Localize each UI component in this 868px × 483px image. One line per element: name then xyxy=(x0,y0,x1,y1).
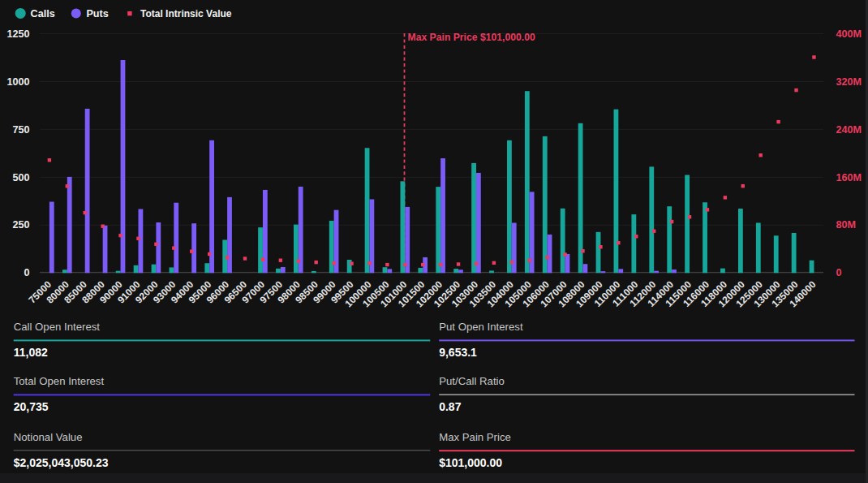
svg-text:750: 750 xyxy=(12,124,29,136)
svg-text:Puts: Puts xyxy=(86,8,108,19)
svg-text:240M: 240M xyxy=(836,124,862,136)
svg-text:Put Open Interest: Put Open Interest xyxy=(439,321,523,333)
svg-text:1000: 1000 xyxy=(6,76,29,88)
svg-text:250: 250 xyxy=(12,219,29,231)
svg-text:Notional Value: Notional Value xyxy=(14,431,83,443)
svg-text:Max Pain Price: Max Pain Price xyxy=(439,431,511,443)
svg-text:Total Intrinsic Value: Total Intrinsic Value xyxy=(140,8,232,19)
svg-text:Total Open Interest: Total Open Interest xyxy=(14,375,105,387)
svg-text:11,082: 11,082 xyxy=(14,346,48,359)
svg-text:Call Open Interest: Call Open Interest xyxy=(14,321,101,333)
svg-text:Put/Call Ratio: Put/Call Ratio xyxy=(439,375,505,387)
svg-text:$101,000.00: $101,000.00 xyxy=(439,456,502,469)
svg-text:0.87: 0.87 xyxy=(439,400,461,413)
svg-text:500: 500 xyxy=(12,172,29,183)
svg-text:20,735: 20,735 xyxy=(14,400,49,413)
svg-text:Max Pain Price $101,000.00: Max Pain Price $101,000.00 xyxy=(408,32,535,43)
svg-text:160M: 160M xyxy=(836,172,862,183)
svg-text:320M: 320M xyxy=(836,76,862,88)
svg-text:400M: 400M xyxy=(836,28,862,40)
svg-text:$2,025,043,050.23: $2,025,043,050.23 xyxy=(14,456,109,469)
svg-text:1250: 1250 xyxy=(6,28,29,40)
svg-text:9,653.1: 9,653.1 xyxy=(439,346,477,359)
svg-text:0: 0 xyxy=(836,267,842,278)
svg-text:Calls: Calls xyxy=(31,8,55,19)
svg-text:0: 0 xyxy=(24,267,29,278)
svg-text:80M: 80M xyxy=(836,219,857,231)
